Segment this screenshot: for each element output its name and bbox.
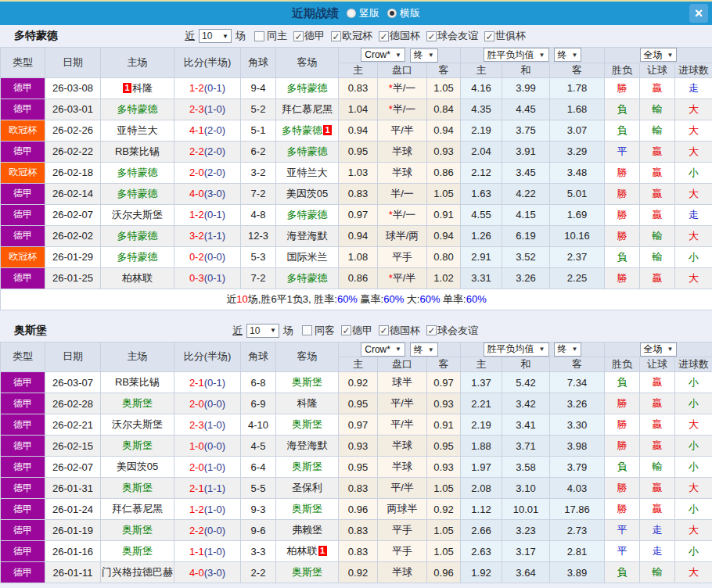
- avg-home-odds: 2.04: [461, 141, 502, 162]
- corners: 5-1: [241, 120, 276, 141]
- league-type-badge: 德甲: [1, 393, 45, 414]
- avg-away-odds: 3.29: [550, 141, 605, 162]
- away-team: 圣保利: [276, 478, 339, 499]
- team-label: 多特蒙德: [117, 188, 158, 199]
- odds-away: 1.05: [427, 541, 461, 562]
- chevron-down-icon: ▼: [428, 52, 434, 59]
- matches-table: 类型日期主场比分(半场)角球客场Crow*▼终▼胜平负均值▼终▼全场▼主盘口客主…: [0, 342, 712, 584]
- column-header: 类型: [1, 48, 45, 78]
- league-checkbox[interactable]: ✓: [331, 31, 341, 41]
- corners: 9-3: [241, 499, 276, 520]
- chevron-down-icon: ▼: [428, 346, 434, 353]
- avg-draw-odds: 3.75: [502, 120, 550, 141]
- odds-home: 0.83: [339, 183, 378, 204]
- league-checkbox[interactable]: ✓: [293, 31, 304, 41]
- corners: 3-3: [241, 541, 276, 562]
- team-name: 多特蒙德: [14, 29, 58, 43]
- corners: 4-5: [241, 436, 276, 457]
- halftime-score: (1-0): [204, 103, 225, 115]
- summary-segment: 10: [236, 293, 247, 305]
- result-goals: 走: [675, 77, 712, 99]
- avg-draw-odds: 5.42: [502, 372, 550, 393]
- header-dropdown[interactable]: Crow*▼: [361, 48, 405, 62]
- fulltime-score: 4-1: [189, 124, 204, 136]
- result-wdl: 勝: [605, 183, 640, 204]
- league-checkbox[interactable]: ✓: [426, 31, 437, 41]
- avg-draw-odds: 4.22: [502, 183, 550, 204]
- league-checkbox[interactable]: ✓: [484, 31, 494, 41]
- odds-home: 1.04: [339, 99, 378, 120]
- same-venue-checkbox[interactable]: [254, 31, 264, 41]
- corners: 9-4: [241, 77, 276, 99]
- match-count-select[interactable]: 10 ▼: [246, 324, 279, 338]
- matches-table: 类型日期主场比分(半场)角球客场Crow*▼终▼胜平负均值▼终▼全场▼主盘口客主…: [0, 47, 712, 310]
- result-goals: 小: [675, 541, 712, 562]
- home-team: 亚特兰大: [101, 120, 174, 141]
- column-header: 客场: [276, 342, 339, 372]
- sub-column-header: 主: [461, 63, 502, 77]
- team-label: 多特蒙德: [287, 272, 328, 284]
- odds-away: 0.95: [427, 436, 461, 457]
- summary: 近10场,胜6平1负3, 胜率:60% 赢率:60% 大:60% 单率:60%: [1, 289, 712, 310]
- avg-away-odds: 2.37: [550, 246, 605, 267]
- match-count-select[interactable]: 10 ▼: [199, 29, 232, 43]
- home-team: 多特蒙德: [101, 225, 174, 246]
- match-date: 26-02-02: [45, 225, 101, 246]
- header-dropdown[interactable]: 全场▼: [640, 342, 678, 357]
- avg-draw-odds: 4.15: [502, 204, 550, 225]
- same-venue-checkbox[interactable]: [302, 325, 312, 335]
- sub-column-header: 胜负: [605, 357, 640, 372]
- layout-radio-vertical[interactable]: 竖版: [339, 6, 379, 20]
- radio-icon[interactable]: [347, 9, 356, 18]
- header-dropdown[interactable]: 全场▼: [640, 48, 678, 62]
- avg-away-odds: 3.48: [550, 162, 605, 183]
- team-label: 多特蒙德: [282, 124, 322, 136]
- halftime-score: (2-0): [204, 145, 225, 157]
- radio-checked-icon[interactable]: [387, 9, 397, 18]
- handicap: 平/半: [378, 393, 427, 414]
- corners: 4-8: [241, 204, 276, 225]
- match-date: 26-02-28: [45, 393, 101, 414]
- home-team: 美因茨05: [101, 457, 174, 478]
- away-team: 奥斯堡: [276, 562, 339, 583]
- league-checkbox[interactable]: ✓: [426, 325, 437, 335]
- corners: 12-3: [241, 225, 276, 246]
- halftime-score: (0-1): [204, 209, 225, 220]
- star-icon: *: [389, 82, 393, 94]
- away-team: 多特蒙德: [276, 267, 339, 289]
- header-dropdown[interactable]: 终▼: [410, 48, 438, 63]
- team-label: 奥斯堡: [292, 461, 322, 472]
- result-goals: 大: [675, 478, 712, 499]
- team-label: 国际米兰: [287, 251, 328, 263]
- team-label: 海登海默: [287, 230, 328, 242]
- near-link[interactable]: 近: [232, 324, 243, 338]
- league-checkbox[interactable]: ✓: [379, 31, 389, 41]
- header-dropdown[interactable]: 胜平负均值▼: [484, 342, 549, 357]
- header-dropdown[interactable]: Crow*▼: [361, 342, 405, 357]
- result-handicap: 贏: [640, 478, 675, 499]
- near-link[interactable]: 近: [185, 29, 195, 43]
- header-dropdown[interactable]: 胜平负均值▼: [484, 48, 549, 62]
- league-type-badge: 德甲: [1, 541, 45, 562]
- league-checkbox[interactable]: ✓: [341, 325, 351, 335]
- match-date: 26-01-29: [45, 246, 101, 267]
- away-team: 弗赖堡: [276, 520, 339, 541]
- halftime-score: (1-0): [204, 504, 225, 515]
- radio-label: 竖版: [359, 6, 379, 20]
- league-checkbox[interactable]: ✓: [379, 325, 389, 335]
- result-wdl: 勝: [605, 204, 640, 225]
- header-dropdown[interactable]: 终▼: [410, 342, 438, 357]
- score-cell: 2-3(1-0): [174, 99, 241, 120]
- handicap: 平手: [378, 541, 427, 562]
- sub-column-header: 让球: [640, 357, 675, 372]
- result-handicap: 輸: [640, 562, 675, 583]
- sub-column-header: 客: [550, 63, 605, 77]
- header-dropdown[interactable]: 终▼: [554, 342, 582, 357]
- chevron-down-icon: ▼: [572, 52, 578, 59]
- odds-home: 0.97: [339, 204, 378, 225]
- avg-home-odds: 1.63: [461, 183, 502, 204]
- layout-radio-horizontal[interactable]: 横版: [379, 6, 420, 20]
- close-button[interactable]: ×: [689, 4, 708, 23]
- home-team: 奥斯堡: [101, 393, 174, 414]
- header-dropdown[interactable]: 终▼: [554, 48, 582, 62]
